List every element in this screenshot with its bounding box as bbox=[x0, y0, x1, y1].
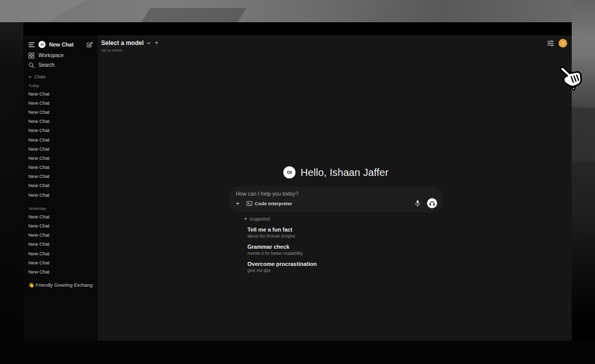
chat-group-items: New ChatNew ChatNew ChatNew ChatNew Chat… bbox=[28, 89, 93, 199]
suggested-label: Suggested bbox=[249, 216, 270, 221]
workspace-grid-icon bbox=[28, 53, 34, 59]
chat-list-item[interactable]: New Chat bbox=[28, 172, 93, 181]
app-window: OI New Chat Workspace Searc bbox=[23, 22, 572, 341]
chat-group-items: New ChatNew ChatNew ChatNew ChatNew Chat… bbox=[28, 212, 93, 276]
app-logo-text: OI bbox=[40, 43, 44, 46]
sidebar-title: New Chat bbox=[49, 41, 82, 48]
chat-groups: Today New ChatNew ChatNew ChatNew ChatNe… bbox=[28, 82, 93, 281]
sidebar-item-workspace[interactable]: Workspace bbox=[28, 51, 93, 60]
desktop-background-right bbox=[572, 0, 595, 364]
sidebar-toggle-icon[interactable] bbox=[28, 42, 35, 48]
suggested-prompt-subtitle: about the Roman Empire bbox=[247, 234, 443, 239]
suggested-prompt-subtitle: rewrite it for better readability bbox=[247, 251, 443, 256]
chat-list-item[interactable]: New Chat bbox=[28, 181, 93, 190]
chats-section-label: Chats bbox=[34, 74, 46, 79]
suggested-prompts: Suggested Tell me a fun fact about the R… bbox=[247, 216, 443, 273]
chat-list-item[interactable]: New Chat bbox=[28, 163, 93, 172]
chat-group: Yesterday New ChatNew ChatNew ChatNew Ch… bbox=[28, 205, 93, 280]
chat-main: Select a model + Set as default I OI bbox=[98, 35, 572, 341]
composer-toolbar: + Code Interpreter bbox=[236, 198, 437, 208]
desktop-background-left bbox=[0, 22, 23, 341]
welcome-area: OI Hello, Ishaan Jaffer How can I help y… bbox=[229, 166, 443, 273]
chat-list-item[interactable]: New Chat bbox=[28, 98, 93, 107]
sidebar-item-label: Search bbox=[38, 62, 55, 68]
chat-list-item[interactable]: New Chat bbox=[28, 267, 93, 276]
chat-list-item[interactable]: New Chat bbox=[28, 107, 93, 116]
model-selector[interactable]: Select a model + bbox=[101, 39, 158, 47]
sidebar: OI New Chat Workspace Searc bbox=[23, 35, 98, 341]
chat-group-label: Today bbox=[28, 82, 93, 89]
suggested-prompt-subtitle: give me tips bbox=[247, 268, 443, 273]
code-interpreter-icon bbox=[246, 201, 252, 206]
greeting-text: Hello, Ishaan Jaffer bbox=[301, 167, 389, 178]
user-avatar[interactable]: I bbox=[559, 39, 567, 48]
app-logo-large: OI bbox=[283, 166, 295, 178]
suggested-prompt-title: Grammar check bbox=[247, 244, 443, 250]
chat-list-item[interactable]: New Chat bbox=[28, 212, 93, 221]
window-title-bar bbox=[23, 22, 572, 35]
suggested-prompt[interactable]: Overcome procrastination give me tips bbox=[247, 261, 443, 273]
chat-list-item[interactable]: New Chat bbox=[28, 249, 93, 258]
sidebar-item-search[interactable]: Search bbox=[28, 60, 93, 70]
composer-placeholder[interactable]: How can I help you today? bbox=[236, 191, 437, 197]
code-interpreter-toggle[interactable]: Code Interpreter bbox=[246, 201, 292, 206]
search-icon bbox=[28, 62, 34, 68]
chat-list-item[interactable]: New Chat bbox=[28, 153, 93, 162]
chevron-down-icon bbox=[28, 76, 32, 78]
chat-list-item[interactable]: New Chat bbox=[28, 89, 93, 98]
desktop-background-bottom bbox=[0, 341, 595, 364]
model-selector-label: Select a model bbox=[101, 39, 144, 47]
chat-list-item[interactable]: New Chat bbox=[28, 231, 93, 240]
app-logo: OI bbox=[38, 41, 46, 48]
chat-list-item[interactable]: New Chat bbox=[28, 126, 93, 135]
message-composer[interactable]: How can I help you today? + Code Interpr… bbox=[229, 186, 443, 212]
chats-section-toggle[interactable]: Chats bbox=[28, 73, 93, 80]
suggested-list: Tell me a fun fact about the Roman Empir… bbox=[247, 226, 443, 273]
chat-list-item[interactable]: New Chat bbox=[28, 221, 93, 230]
desktop-background-top bbox=[0, 0, 595, 22]
sidebar-header: OI New Chat bbox=[28, 38, 93, 51]
chat-list-item[interactable]: New Chat bbox=[28, 190, 93, 199]
voice-call-button[interactable] bbox=[427, 198, 437, 208]
desktop: OI New Chat Workspace Searc bbox=[0, 0, 595, 364]
suggested-header: Suggested bbox=[244, 216, 443, 221]
suggested-prompt-title: Tell me a fun fact bbox=[247, 226, 443, 233]
chat-list-item-greeting-exchange[interactable]: 👋 Friendly Greeting Exchange bbox=[28, 281, 93, 290]
attach-file-button[interactable]: + bbox=[236, 200, 240, 207]
greeting-row: OI Hello, Ishaan Jaffer bbox=[229, 166, 443, 179]
chat-list-item[interactable]: New Chat bbox=[28, 135, 93, 144]
sparkle-icon bbox=[244, 217, 247, 221]
suggested-prompt[interactable]: Tell me a fun fact about the Roman Empir… bbox=[247, 226, 443, 239]
voice-input-icon[interactable] bbox=[415, 200, 420, 207]
set-as-default-link[interactable]: Set as default bbox=[102, 49, 122, 52]
app-logo-text: OI bbox=[287, 170, 292, 175]
chat-list-item[interactable]: New Chat bbox=[28, 258, 93, 267]
sidebar-item-label: Workspace bbox=[38, 53, 64, 58]
chat-list-item[interactable]: New Chat bbox=[28, 144, 93, 153]
chat-list-item[interactable]: New Chat bbox=[28, 117, 93, 126]
header-actions: I bbox=[547, 39, 567, 48]
add-model-icon[interactable]: + bbox=[154, 39, 158, 47]
group-spacer bbox=[28, 277, 93, 281]
chat-group-label: Yesterday bbox=[28, 205, 93, 212]
group-spacer bbox=[28, 199, 93, 203]
chat-group: Today New ChatNew ChatNew ChatNew ChatNe… bbox=[28, 82, 93, 203]
headset-icon bbox=[429, 201, 435, 206]
suggested-prompt[interactable]: Grammar check rewrite it for better read… bbox=[247, 244, 443, 256]
code-interpreter-label: Code Interpreter bbox=[255, 201, 292, 206]
chevron-down-icon bbox=[147, 42, 151, 44]
new-chat-icon[interactable] bbox=[86, 41, 93, 48]
user-avatar-initial: I bbox=[562, 41, 563, 46]
suggested-prompt-title: Overcome procrastination bbox=[247, 261, 443, 267]
chat-list-item[interactable]: New Chat bbox=[28, 240, 93, 249]
chat-controls-icon[interactable] bbox=[547, 40, 554, 47]
